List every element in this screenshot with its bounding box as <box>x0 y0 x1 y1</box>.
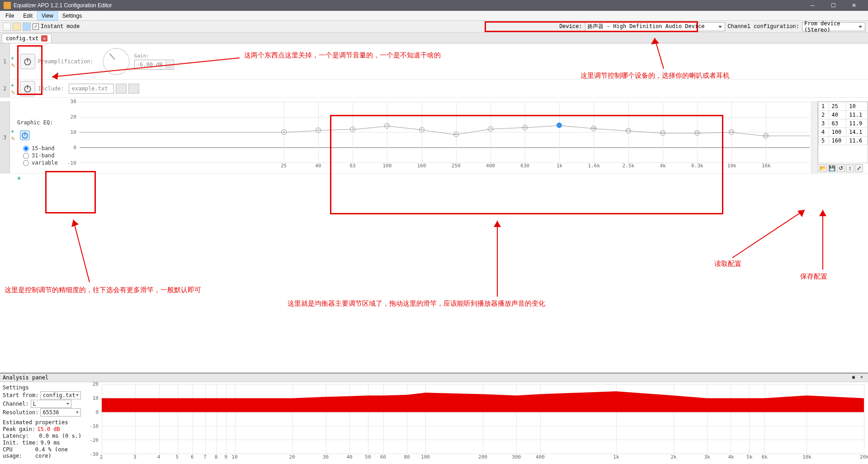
minimize-button[interactable]: ─ <box>802 0 823 11</box>
device-select[interactable]: 扬声器 - High Definition Audio Device <box>585 22 725 31</box>
eq-scrollbar[interactable] <box>811 101 817 173</box>
analysis-close-button[interactable]: × <box>858 374 865 381</box>
table-row[interactable]: 36311.9 <box>819 119 868 128</box>
tab-config[interactable]: config.txt × <box>2 33 52 43</box>
normalize-button[interactable]: ⤢ <box>855 164 863 172</box>
maximize-button[interactable]: ☐ <box>823 0 844 11</box>
channel-label: Channel: <box>3 401 29 407</box>
power-icon <box>23 84 32 93</box>
analysis-float-button[interactable]: ▣ <box>850 374 857 381</box>
open-file-button[interactable] <box>13 23 21 31</box>
resolution-select[interactable]: 65536 <box>40 408 81 417</box>
band-31[interactable]: 31-band <box>23 152 58 159</box>
band-15[interactable]: 15-band <box>23 145 58 152</box>
device-label: Device: <box>559 24 582 30</box>
save-config-button[interactable]: 💾 <box>828 164 836 172</box>
add-row-icon[interactable]: + <box>11 55 16 61</box>
include-browse-button[interactable] <box>128 84 139 94</box>
eq-values-panel: 1251024011.136311.9410014.1516011.6 📂 💾 … <box>817 101 868 173</box>
toolbar: Instant mode Device: 扬声器 - High Definiti… <box>0 21 868 33</box>
power-toggle-eq[interactable] <box>20 130 30 140</box>
instant-mode-label: Instant mode <box>41 24 80 30</box>
menubar: File Edit View Settings <box>0 11 868 21</box>
gain-dial[interactable] <box>103 48 130 75</box>
channel-config-label: Channel configuration: <box>728 24 799 30</box>
close-button[interactable]: ✕ <box>844 0 864 11</box>
edit-row-icon[interactable]: ✎ <box>11 90 16 95</box>
add-row-final: + <box>0 174 868 183</box>
resolution-label: Resolution: <box>3 409 38 416</box>
power-icon <box>20 131 29 140</box>
window-title: Equalizer APO 1.2.1 Configuration Editor <box>14 2 802 9</box>
instant-mode-checkbox[interactable] <box>33 24 39 30</box>
edit-row-icon[interactable]: ✎ <box>11 136 16 141</box>
analysis-title: Analysis panel <box>3 374 48 381</box>
peak-gain-label: Peak gain: <box>3 426 35 432</box>
tabbar: config.txt × <box>0 33 868 43</box>
menu-edit[interactable]: Edit <box>19 11 37 20</box>
row-preamp: 1 + ✎ Preamplification: Gain: -6.00 dB <box>0 43 868 80</box>
add-row-icon[interactable]: + <box>11 82 16 88</box>
preamp-label: Preamplification: <box>38 58 94 65</box>
menu-settings[interactable]: Settings <box>58 11 86 20</box>
titlebar: Equalizer APO 1.2.1 Configuration Editor… <box>0 0 868 11</box>
latency-label: Latency: <box>3 433 29 439</box>
init-time-label: Init. time: <box>3 440 38 446</box>
row-number: 2 <box>0 80 10 97</box>
channel-select[interactable]: L <box>31 400 71 408</box>
new-file-button[interactable] <box>3 23 11 31</box>
invert-button[interactable]: ↕ <box>846 164 854 172</box>
app-icon <box>4 2 11 9</box>
edit-row-icon[interactable]: ✎ <box>11 62 16 68</box>
gain-spinbox[interactable]: -6.00 dB <box>134 60 174 70</box>
band-selector: 15-band 31-band variable <box>21 142 62 169</box>
save-file-button[interactable] <box>23 23 31 31</box>
estimated-label: Estimated properties <box>3 419 84 426</box>
start-from-select[interactable]: config.txt <box>40 391 81 399</box>
table-row[interactable]: 410014.1 <box>819 128 868 137</box>
channel-config-select[interactable]: From device (Stereo) <box>802 22 865 31</box>
include-label: Include: <box>38 85 64 92</box>
editor-area: 1 + ✎ Preamplification: Gain: -6.00 dB 2… <box>0 43 868 373</box>
row-include: 2 + ✎ Include: example.txt <box>0 80 868 98</box>
analysis-panel: Analysis panel ▣ × Settings Start from:c… <box>0 373 868 464</box>
row-number: 3 <box>0 101 10 173</box>
tab-close-icon[interactable]: × <box>41 35 47 42</box>
power-toggle-include[interactable] <box>20 81 35 96</box>
init-time-value: 9.9 ms <box>40 440 60 446</box>
reset-button[interactable]: ↺ <box>837 164 845 172</box>
load-config-button[interactable]: 📂 <box>819 164 827 172</box>
table-row[interactable]: 12510 <box>819 102 868 111</box>
include-open-button[interactable] <box>116 84 127 94</box>
row-graphic-eq: 3 + ✎ Graphic EQ: 15-band 31-band variab… <box>0 98 868 174</box>
menu-view[interactable]: View <box>37 11 58 20</box>
row-number: 1 <box>0 43 10 79</box>
table-row[interactable]: 24011.1 <box>819 111 868 119</box>
start-from-label: Start from: <box>3 392 38 398</box>
tab-label: config.txt <box>6 35 38 42</box>
eq-values-table: 1251024011.136311.9410014.1516011.6 <box>818 102 868 145</box>
analysis-settings: Settings Start from:config.txt Channel:L… <box>0 382 87 464</box>
add-row-icon[interactable]: + <box>11 128 16 134</box>
include-file-input[interactable]: example.txt <box>69 84 114 94</box>
cpu-usage-value: 0.4 % (one core) <box>35 446 84 459</box>
add-filter-button[interactable]: + <box>17 175 21 182</box>
power-toggle-preamp[interactable] <box>20 54 35 69</box>
peak-gain-value: 15.0 dB <box>37 426 60 432</box>
gain-label: Gain: <box>134 53 174 59</box>
analysis-graph: 20100-10-20-30 2345678910203040506080100… <box>87 384 864 462</box>
menu-file[interactable]: File <box>1 11 19 20</box>
table-row[interactable]: 516011.6 <box>819 137 868 145</box>
band-variable[interactable]: variable <box>23 160 58 166</box>
settings-heading: Settings <box>3 384 84 391</box>
latency-value: 0.0 ms (0 s.) <box>39 433 81 439</box>
cpu-usage-label: CPU usage: <box>3 446 33 459</box>
power-icon <box>23 57 32 66</box>
graphic-eq-label: Graphic EQ: <box>17 119 53 126</box>
eq-graph[interactable]: 3020100-10 123456789101112131415 2540631… <box>66 101 811 169</box>
